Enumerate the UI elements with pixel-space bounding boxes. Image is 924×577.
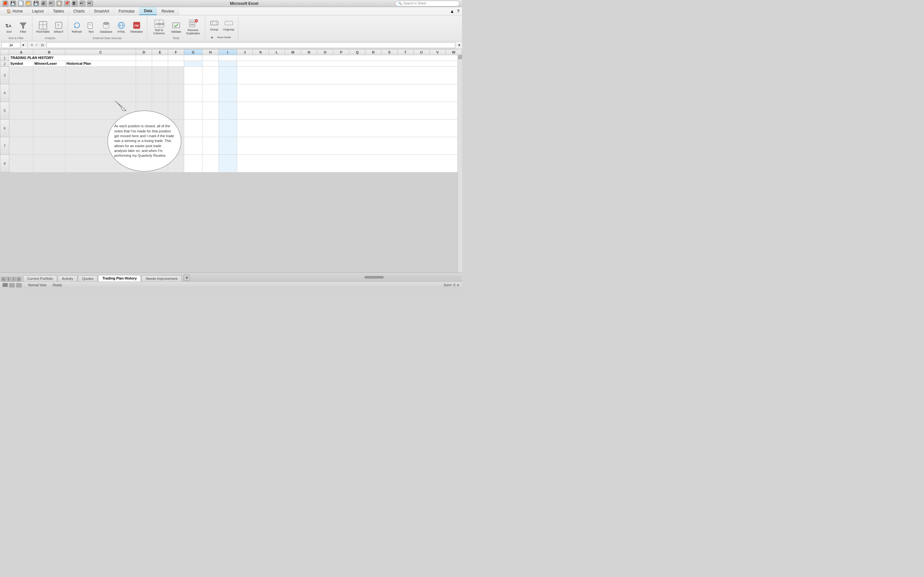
cell-h1[interactable] <box>202 55 218 61</box>
row-header-5[interactable]: 5 <box>0 102 9 119</box>
save2-icon[interactable]: 💾 <box>33 1 39 6</box>
dropdown-arrow-icon[interactable]: ▼ <box>22 44 25 47</box>
cell-f2[interactable] <box>168 61 184 67</box>
row-header-3[interactable]: 3 <box>0 67 9 84</box>
cell-f7[interactable] <box>168 137 184 155</box>
cell-e4[interactable] <box>152 84 168 102</box>
cell-a6[interactable] <box>9 119 33 137</box>
col-header-t[interactable]: T <box>397 49 414 55</box>
col-header-k[interactable]: K <box>253 49 269 55</box>
cell-d2[interactable] <box>136 61 152 67</box>
cell-h4[interactable] <box>202 84 218 102</box>
cell-i5[interactable] <box>218 102 237 119</box>
sheet-nav-last[interactable]: ⟩⟩ <box>17 277 21 282</box>
cell-g7[interactable] <box>184 137 202 155</box>
cell-j1-rest[interactable] <box>237 55 462 61</box>
col-header-b[interactable]: B <box>33 49 65 55</box>
cell-g2[interactable] <box>184 61 202 67</box>
cell-a4[interactable] <box>9 84 33 102</box>
cell-j8-rest[interactable] <box>237 155 462 172</box>
cell-h8[interactable] <box>202 155 218 172</box>
tab-smartart[interactable]: SmartArt <box>89 7 114 15</box>
cell-a8[interactable] <box>9 155 33 172</box>
cell-d4[interactable] <box>136 84 152 102</box>
search-box[interactable]: 🔍 Search in Sheet <box>395 1 459 6</box>
undo-icon[interactable]: ↩ <box>79 1 86 6</box>
ribbon-minimize-icon[interactable]: ▲ <box>450 9 454 14</box>
sort-button[interactable]: ⇅A Sort <box>3 19 15 34</box>
cell-i8[interactable] <box>218 155 237 172</box>
cell-c2[interactable]: Historical Plan <box>65 61 136 67</box>
col-header-c[interactable]: C <box>65 49 136 55</box>
cell-c6[interactable] <box>65 119 136 137</box>
cell-j5-rest[interactable] <box>237 102 462 119</box>
col-header-n[interactable]: N <box>301 49 317 55</box>
col-header-q[interactable]: Q <box>349 49 365 55</box>
col-header-w[interactable]: W <box>446 49 462 55</box>
refresh-button[interactable]: Refresh <box>71 19 83 34</box>
cell-f6[interactable] <box>168 119 184 137</box>
cell-a3[interactable] <box>9 67 33 84</box>
expand-formula-icon[interactable]: ▼ <box>458 44 461 47</box>
pivottable-button[interactable]: PivotTable <box>35 19 51 34</box>
validate-button[interactable]: Validate <box>170 19 183 34</box>
group-button[interactable]: Group <box>208 17 221 32</box>
tab-home[interactable]: 🏠 Home <box>0 7 27 15</box>
cell-j4-rest[interactable] <box>237 84 462 102</box>
page-layout-view-icon[interactable] <box>9 283 15 287</box>
cell-c5[interactable] <box>65 102 136 119</box>
col-header-v[interactable]: V <box>430 49 446 55</box>
filemaker-button[interactable]: FM FileMaker <box>129 19 144 34</box>
col-header-u[interactable]: U <box>413 49 429 55</box>
cell-b5[interactable] <box>33 102 65 119</box>
cell-i2[interactable] <box>218 61 237 67</box>
cell-f3[interactable] <box>168 67 184 84</box>
cell-d5[interactable] <box>136 102 152 119</box>
sheet-nav-next[interactable]: ⟩ <box>11 277 16 282</box>
ribbon-help-icon[interactable]: ? <box>457 9 459 14</box>
cell-d6[interactable] <box>136 119 152 137</box>
cell-j3-rest[interactable] <box>237 67 462 84</box>
cell-e2[interactable] <box>152 61 168 67</box>
cell-e1[interactable] <box>152 55 168 61</box>
cell-h2[interactable] <box>202 61 218 67</box>
database-button[interactable]: Database <box>99 19 114 34</box>
vertical-scrollbar[interactable] <box>457 49 462 272</box>
cell-j7-rest[interactable] <box>237 137 462 155</box>
cell-g3[interactable] <box>184 67 202 84</box>
open-icon[interactable]: 📂 <box>26 1 31 6</box>
col-header-m[interactable]: M <box>285 49 301 55</box>
cell-f4[interactable] <box>168 84 184 102</box>
tab-layout[interactable]: Layout <box>27 7 48 15</box>
cell-i6[interactable] <box>218 119 237 137</box>
cell-d3[interactable] <box>136 67 152 84</box>
sum-dropdown-icon[interactable]: ▼ <box>457 284 459 287</box>
spreadsheet-scroll[interactable]: A B C D E F G H I J K L M N O <box>0 49 462 272</box>
col-header-g[interactable]: G <box>184 49 202 55</box>
col-header-l[interactable]: L <box>269 49 285 55</box>
cell-h3[interactable] <box>202 67 218 84</box>
row-header-6[interactable]: 6 <box>0 119 9 137</box>
row-header-7[interactable]: 7 <box>0 137 9 155</box>
clear-icon[interactable]: 🗑 <box>72 1 78 6</box>
html-button[interactable]: HTML <box>115 19 128 34</box>
formula-input[interactable] <box>47 42 455 48</box>
cell-reference-input[interactable] <box>1 42 21 48</box>
cell-h6[interactable] <box>202 119 218 137</box>
tab-activity[interactable]: Activity <box>58 276 78 282</box>
tab-data[interactable]: Data <box>139 7 157 15</box>
print-icon[interactable]: 🖨 <box>41 1 47 6</box>
paste-icon[interactable]: 📌 <box>64 1 70 6</box>
cell-i3[interactable] <box>218 67 237 84</box>
cell-j2-rest[interactable] <box>237 61 462 67</box>
add-sheet-button[interactable]: + <box>184 274 190 281</box>
cell-g5[interactable] <box>184 102 202 119</box>
col-header-f[interactable]: F <box>168 49 184 55</box>
confirm-formula-icon[interactable]: ✓ <box>35 43 39 47</box>
row-header-2[interactable]: 2 <box>0 61 9 67</box>
cell-g4[interactable] <box>184 84 202 102</box>
page-break-view-icon[interactable] <box>16 283 22 287</box>
cell-e7[interactable] <box>152 137 168 155</box>
tab-trading-plan-history[interactable]: Trading Plan History <box>98 275 141 282</box>
cell-c8[interactable] <box>65 155 136 172</box>
